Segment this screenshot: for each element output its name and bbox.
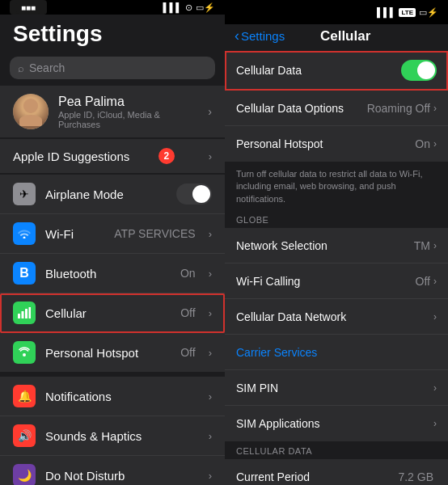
profile-sub: Apple ID, iCloud, Media & Purchases [58, 110, 198, 129]
bluetooth-chevron-icon: › [209, 268, 212, 280]
dnd-chevron-icon: › [209, 470, 212, 482]
cellular-data-item[interactable]: Cellular Data [225, 51, 448, 91]
personal-hotspot-chevron-icon: › [209, 347, 212, 359]
connectivity-group: ✈ Airplane Mode Wi-Fi ATP SERVICES › B B… [0, 175, 225, 372]
nav-bar: ‹ Settings Cellular [225, 24, 448, 51]
back-chevron-icon: ‹ [235, 27, 239, 44]
carrier-services-item[interactable]: Carrier Services [225, 335, 448, 370]
cellular-data-options-label: Cellular Data Options [236, 102, 367, 115]
signal-icon: ▌▌▌ [163, 2, 182, 12]
personal-hotspot-value: Off [180, 346, 195, 359]
sim-applications-item[interactable]: SIM Applications › [225, 406, 448, 441]
sim-pin-chevron: › [433, 382, 437, 394]
status-bar-right: ▌▌▌ LTE ▭⚡ [225, 0, 448, 24]
network-selection-item[interactable]: Network Selection TM › [225, 228, 448, 264]
sounds-label: Sounds & Haptics [45, 429, 199, 443]
signal-bars-icon: ▌▌▌ [377, 7, 395, 17]
suggestion-label: Apple ID Suggestions [13, 150, 129, 163]
svg-rect-3 [29, 307, 32, 318]
profile-name: Pea Palima [58, 95, 198, 109]
bluetooth-item[interactable]: B Bluetooth On › [0, 254, 225, 293]
search-icon: ⌕ [18, 62, 24, 74]
current-period-value: 7.2 GB [398, 470, 433, 483]
airplane-mode-toggle[interactable] [176, 183, 212, 205]
dnd-label: Do Not Disturb [45, 469, 199, 483]
profile-chevron-icon: › [208, 105, 212, 118]
cellular-data-toggle[interactable] [401, 60, 437, 81]
right-panel: ▌▌▌ LTE ▭⚡ ‹ Settings Cellular Cellular … [225, 0, 448, 485]
cellular-data-network-label: Cellular Data Network [236, 310, 433, 323]
apps-group: 🔔 Notifications › 🔊 Sounds & Haptics › 🌙… [0, 377, 225, 485]
sim-pin-item[interactable]: SIM PIN › [225, 370, 448, 406]
wifi-calling-value: Off [416, 275, 430, 288]
wifi-icon: ⊙ [185, 2, 192, 13]
status-time: ■■■ [10, 0, 47, 15]
personal-hotspot-r-item[interactable]: Personal Hotspot On › [225, 126, 448, 162]
status-icons-left: ▌▌▌ ⊙ ▭⚡ [163, 2, 215, 13]
left-panel: ■■■ ▌▌▌ ⊙ ▭⚡ Settings ⌕ Search Pea Palim… [0, 0, 225, 485]
suggestion-chevron-icon: › [209, 150, 212, 162]
personal-hotspot-r-label: Personal Hotspot [236, 137, 415, 150]
sounds-chevron-icon: › [209, 430, 212, 442]
status-icons-right: ▌▌▌ LTE ▭⚡ [377, 7, 438, 18]
main-section: Cellular Data Cellular Data Options Roam… [225, 51, 448, 162]
globe-section: Network Selection TM › Wi-Fi Calling Off… [225, 228, 448, 441]
network-selection-value: TM [414, 239, 430, 252]
dnd-item[interactable]: 🌙 Do Not Disturb › [0, 456, 225, 485]
settings-title: Settings [0, 15, 225, 53]
sim-applications-chevron: › [433, 418, 437, 429]
wifi-calling-chevron: › [433, 276, 437, 287]
notifications-item[interactable]: 🔔 Notifications › [0, 377, 225, 416]
search-bar[interactable]: ⌕ Search [10, 57, 215, 79]
svg-rect-2 [25, 309, 27, 318]
lte-badge: LTE [399, 8, 416, 17]
back-button[interactable]: ‹ Settings [235, 27, 285, 44]
bluetooth-icon: B [13, 262, 36, 285]
notifications-icon: 🔔 [13, 385, 36, 407]
svg-rect-1 [22, 311, 24, 318]
airplane-mode-icon: ✈ [13, 183, 36, 205]
sounds-icon: 🔊 [13, 424, 36, 447]
cellular-data-network-item[interactable]: Cellular Data Network › [225, 299, 448, 335]
airplane-mode-item[interactable]: ✈ Airplane Mode [0, 175, 225, 214]
notifications-label: Notifications [45, 390, 199, 403]
wifi-calling-item[interactable]: Wi-Fi Calling Off › [225, 264, 448, 299]
back-label: Settings [241, 29, 285, 43]
wifi-label: Wi-Fi [45, 227, 104, 241]
wifi-item[interactable]: Wi-Fi ATP SERVICES › [0, 214, 225, 254]
personal-hotspot-label: Personal Hotspot [45, 346, 171, 360]
sounds-item[interactable]: 🔊 Sounds & Haptics › [0, 416, 225, 456]
svg-rect-0 [18, 314, 20, 318]
cellular-data-options-item[interactable]: Cellular Data Options Roaming Off › [225, 91, 448, 126]
cellular-data-network-chevron: › [433, 311, 437, 323]
cellular-data-options-chevron: › [433, 103, 437, 114]
apple-id-suggestions-row[interactable]: Apple ID Suggestions 2 › [0, 139, 225, 173]
cellular-item[interactable]: Cellular Off › [0, 293, 225, 333]
network-selection-chevron: › [433, 240, 437, 251]
cellular-chevron-icon: › [209, 307, 212, 319]
personal-hotspot-r-value: On [415, 137, 430, 150]
status-bar-left: ■■■ ▌▌▌ ⊙ ▭⚡ [0, 0, 225, 15]
network-selection-label: Network Selection [236, 239, 414, 252]
cellular-value: Off [180, 306, 195, 319]
cellular-data-section-header: CELLULAR DATA [225, 443, 448, 459]
globe-section-header: GLOBE [225, 212, 448, 228]
current-period-item: Current Period 7.2 GB [225, 459, 448, 485]
svg-point-4 [23, 353, 26, 356]
search-input-placeholder: Search [29, 61, 65, 74]
bluetooth-value: On [180, 267, 196, 280]
personal-hotspot-item[interactable]: Personal Hotspot Off › [0, 333, 225, 372]
cellular-data-options-value: Roaming Off [367, 102, 430, 115]
hotspot-icon [13, 341, 36, 364]
profile-row[interactable]: Pea Palima Apple ID, iCloud, Media & Pur… [0, 86, 225, 137]
cellular-data-section: Current Period 7.2 GB Current Period Roa… [225, 459, 448, 485]
cellular-settings-scroll[interactable]: Cellular Data Cellular Data Options Roam… [225, 51, 448, 485]
battery-right-icon: ▭⚡ [419, 7, 438, 18]
avatar [13, 94, 49, 129]
cellular-data-label: Cellular Data [236, 64, 401, 77]
sim-pin-label: SIM PIN [236, 382, 433, 394]
wifi-calling-label: Wi-Fi Calling [236, 275, 416, 288]
current-period-label: Current Period [236, 470, 398, 483]
cellular-info-text: Turn off cellular data to restrict all d… [225, 163, 448, 212]
suggestion-badge: 2 [158, 148, 175, 164]
